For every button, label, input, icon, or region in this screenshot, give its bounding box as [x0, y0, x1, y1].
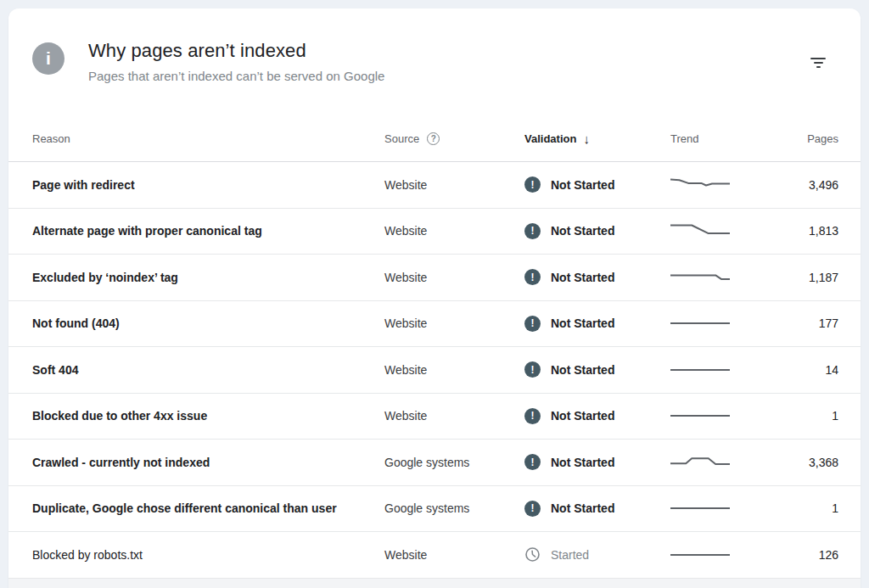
not-started-exclamation-icon: !	[524, 361, 541, 378]
source-cell: Website	[384, 224, 524, 238]
filter-list-icon	[810, 58, 826, 68]
trend-sparkline	[660, 312, 771, 334]
source-cell: Website	[384, 548, 524, 562]
reason-cell: Duplicate, Google chose different canoni…	[32, 501, 384, 515]
help-icon[interactable]: ?	[427, 132, 440, 145]
pages-count-cell: 14	[771, 363, 838, 377]
reason-cell: Alternate page with proper canonical tag	[32, 224, 384, 238]
started-clock-icon	[524, 546, 541, 563]
validation-cell: ! Not Started	[524, 316, 660, 332]
table-row[interactable]: Soft 404 Website ! Not Started 14	[8, 347, 861, 394]
validation-status-label: Not Started	[551, 409, 614, 423]
source-cell: Google systems	[384, 456, 524, 469]
not-started-exclamation-icon: !	[524, 408, 541, 424]
partial-next-row	[8, 579, 861, 588]
trend-sparkline	[660, 544, 771, 566]
validation-status-label: Not Started	[551, 271, 614, 284]
source-header-label: Source	[384, 132, 419, 145]
pages-count-cell: 1	[771, 409, 838, 423]
sort-descending-icon: ↓	[583, 132, 590, 146]
validation-status-label: Not Started	[551, 224, 614, 238]
table-row[interactable]: Excluded by ‘noindex’ tag Website ! Not …	[8, 255, 861, 301]
validation-cell: ! Not Started	[524, 361, 660, 378]
validation-status-label: Not Started	[551, 363, 614, 377]
validation-status-label: Not Started	[551, 501, 614, 515]
table-row[interactable]: Crawled - currently not indexed Google s…	[8, 440, 861, 486]
column-header-source[interactable]: Source ?	[384, 132, 524, 145]
pages-count-cell: 1	[771, 501, 838, 515]
reason-cell: Blocked due to other 4xx issue	[32, 409, 384, 423]
table-row[interactable]: Blocked due to other 4xx issue Website !…	[8, 394, 861, 440]
source-cell: Google systems	[384, 501, 524, 515]
trend-sparkline	[660, 359, 771, 381]
trend-sparkline	[660, 405, 771, 427]
validation-cell: ! Not Started	[524, 408, 660, 424]
source-cell: Website	[384, 363, 524, 377]
validation-cell: ! Not Started	[524, 269, 660, 285]
not-started-exclamation-icon: !	[524, 223, 541, 239]
table-row[interactable]: Blocked by robots.txt Website Started 12…	[8, 532, 861, 579]
trend-sparkline	[660, 174, 771, 196]
trend-sparkline	[660, 497, 771, 519]
info-icon: i	[32, 42, 64, 75]
pages-count-cell: 177	[771, 316, 838, 330]
pages-count-cell: 126	[771, 548, 838, 562]
source-cell: Website	[384, 316, 524, 330]
page-subtitle: Pages that aren’t indexed can’t be serve…	[88, 67, 384, 86]
pages-count-cell: 1,187	[771, 271, 838, 284]
validation-cell: ! Not Started	[524, 223, 660, 239]
table-row[interactable]: Duplicate, Google chose different canoni…	[8, 486, 861, 533]
pages-count-cell: 1,813	[771, 224, 838, 238]
source-cell: Website	[384, 409, 524, 423]
not-started-exclamation-icon: !	[524, 316, 541, 332]
column-header-validation[interactable]: Validation ↓	[524, 132, 660, 146]
validation-cell: ! Not Started	[524, 454, 660, 470]
not-started-exclamation-icon: !	[524, 501, 541, 517]
title-block: Why pages aren’t indexed Pages that aren…	[88, 39, 384, 86]
source-cell: Website	[384, 178, 524, 192]
reason-cell: Crawled - currently not indexed	[32, 456, 384, 469]
validation-cell: ! Not Started	[524, 501, 660, 517]
table-row[interactable]: Not found (404) Website ! Not Started 17…	[8, 301, 861, 348]
table-header-row: Reason Source ? Validation ↓ Trend Pages	[8, 116, 861, 162]
reason-cell: Page with redirect	[32, 178, 384, 192]
pages-count-cell: 3,368	[771, 456, 838, 469]
source-cell: Website	[384, 271, 524, 284]
validation-header-label: Validation	[524, 132, 576, 145]
validation-status-label: Not Started	[551, 456, 614, 469]
trend-sparkline	[660, 220, 771, 242]
table-body: Page with redirect Website ! Not Started…	[8, 162, 861, 579]
column-header-trend[interactable]: Trend	[660, 132, 771, 145]
table-row[interactable]: Alternate page with proper canonical tag…	[8, 209, 861, 255]
index-report-card: i Why pages aren’t indexed Pages that ar…	[8, 8, 861, 588]
reason-cell: Excluded by ‘noindex’ tag	[32, 271, 384, 284]
column-header-pages[interactable]: Pages	[771, 132, 838, 145]
validation-cell: ! Not Started	[524, 176, 660, 193]
not-started-exclamation-icon: !	[524, 454, 541, 470]
page-title: Why pages aren’t indexed	[88, 39, 384, 63]
reason-cell: Not found (404)	[32, 316, 384, 330]
table-row[interactable]: Page with redirect Website ! Not Started…	[8, 162, 861, 209]
trend-sparkline	[660, 266, 771, 288]
card-header: i Why pages aren’t indexed Pages that ar…	[8, 8, 861, 86]
validation-status-label: Started	[551, 548, 589, 562]
validation-status-label: Not Started	[551, 178, 614, 192]
validation-cell: Started	[524, 546, 660, 563]
filter-button[interactable]	[806, 51, 830, 75]
not-started-exclamation-icon: !	[524, 176, 541, 193]
column-header-reason[interactable]: Reason	[32, 132, 384, 145]
pages-count-cell: 3,496	[771, 178, 838, 192]
trend-sparkline	[660, 451, 771, 473]
reason-cell: Blocked by robots.txt	[32, 548, 384, 562]
reason-cell: Soft 404	[32, 363, 384, 377]
validation-status-label: Not Started	[551, 316, 614, 330]
not-started-exclamation-icon: !	[524, 269, 541, 285]
